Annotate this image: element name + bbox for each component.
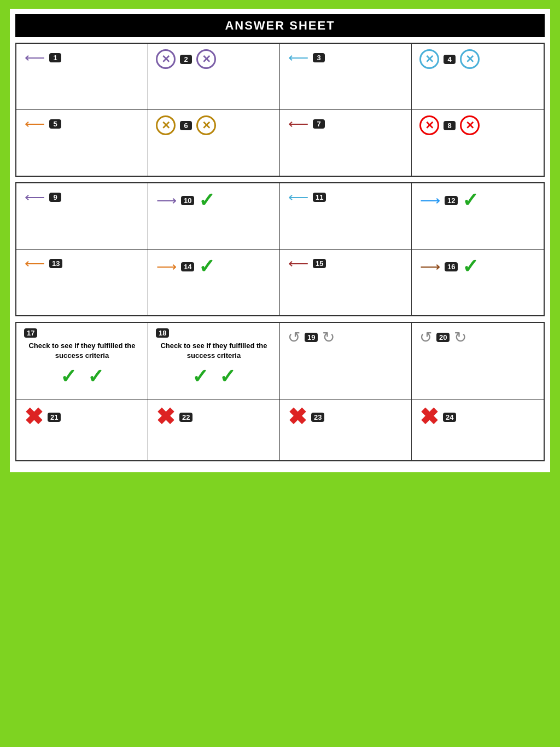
circle-x-gold-right-icon: ✕	[196, 115, 216, 135]
cell-20: ↺ 20 ↻	[412, 323, 544, 399]
cell-6: ✕ 6 ✕	[148, 110, 280, 176]
cell-18: 18 Check to see if they fulfilled the su…	[148, 323, 280, 399]
arrow-right-purple-10-icon: ⟶	[156, 192, 177, 209]
checkmark-16: ✓	[462, 255, 479, 278]
num-badge-3: 3	[313, 53, 325, 62]
section-3: 17 Check to see if they fulfilled the su…	[15, 322, 545, 461]
circle-x-red-right-icon: ✕	[460, 115, 480, 135]
circle-x-purple-right-icon: ✕	[196, 49, 216, 69]
num-badge-5: 5	[49, 119, 61, 129]
cell-17: 17 Check to see if they fulfilled the su…	[16, 323, 148, 399]
cell-23: ✖ 23	[280, 400, 412, 460]
checkmark-18b: ✓	[219, 365, 236, 388]
arrow-right-orange-14-icon: ⟶	[156, 258, 177, 275]
arrow-right-brown-16-icon: ⟶	[419, 258, 440, 275]
cell-4: ✕ 4 ✕	[412, 44, 544, 109]
num-badge-4: 4	[444, 55, 456, 64]
arrow-left-purple-icon: ⟵	[24, 49, 45, 66]
cell-5: ⟵ 5	[16, 110, 148, 176]
checkmark-17a: ✓	[60, 365, 77, 388]
red-x-mark-23-icon: ✖	[288, 406, 307, 428]
cell-1: ⟵ 1	[16, 44, 148, 109]
row-1-4: ⟵ 1 ✕ 2 ✕ ⟵ 3	[16, 44, 544, 110]
num-badge-21: 21	[48, 413, 61, 422]
cell-19: ↺ 19 ↻	[280, 323, 412, 399]
num-badge-15: 15	[313, 259, 326, 268]
num-badge-10: 10	[181, 196, 194, 205]
red-x-mark-22-icon: ✖	[156, 406, 175, 428]
arrow-left-darkred-icon: ⟵	[288, 115, 308, 132]
num-badge-1: 1	[49, 53, 61, 62]
num-badge-8: 8	[444, 121, 456, 130]
num-badge-20: 20	[436, 333, 450, 342]
criteria-text-18: Check to see if they fulfilled the succe…	[156, 341, 272, 361]
page-title: ANSWER SHEET	[15, 14, 545, 37]
rotate-right-19-icon: ↻	[322, 328, 335, 346]
section-1: ⟵ 1 ✕ 2 ✕ ⟵ 3	[15, 43, 545, 177]
arrow-left-orange-icon: ⟵	[24, 115, 45, 132]
num-badge-14: 14	[181, 262, 194, 271]
row-9-12: ⟵ 9 ⟶ 10 ✓ ⟵ 11	[16, 183, 544, 250]
num-badge-23: 23	[311, 413, 324, 422]
num-badge-22: 22	[179, 413, 192, 422]
num-badge-24: 24	[443, 413, 456, 422]
arrow-left-orange-13-icon: ⟵	[24, 255, 45, 271]
arrow-left-blue-icon: ⟵	[288, 49, 308, 66]
row-5-8: ⟵ 5 ✕ 6 ✕ ⟵ 7	[16, 110, 544, 176]
num-badge-16: 16	[445, 262, 458, 271]
num-badge-13: 13	[49, 259, 62, 268]
cell-13: ⟵ 13	[16, 250, 148, 315]
cell-21: ✖ 21	[16, 400, 148, 460]
num-badge-2: 2	[180, 55, 192, 64]
row-17-20: 17 Check to see if they fulfilled the su…	[16, 323, 544, 400]
rotate-right-20-icon: ↻	[454, 328, 466, 346]
red-x-mark-24-icon: ✖	[419, 406, 439, 428]
red-x-mark-21-icon: ✖	[24, 406, 43, 428]
checkmark-17b: ✓	[88, 365, 104, 388]
cell-10: ⟶ 10 ✓	[148, 183, 280, 249]
circle-x-red-left-icon: ✕	[419, 115, 439, 135]
num-badge-7: 7	[313, 119, 325, 129]
num-badge-9: 9	[49, 193, 61, 202]
arrow-left-purple-9-icon: ⟵	[24, 189, 45, 205]
cell-12: ⟶ 12 ✓	[412, 183, 544, 249]
arrow-left-brown-15-icon: ⟵	[288, 255, 308, 271]
num-badge-18: 18	[156, 328, 169, 338]
circle-x-blue-left-icon: ✕	[419, 49, 439, 69]
cell-16: ⟶ 16 ✓	[412, 250, 544, 315]
cell-11: ⟵ 11	[280, 183, 412, 249]
cell-24: ✖ 24	[412, 400, 544, 460]
cell-7: ⟵ 7	[280, 110, 412, 176]
circle-x-gold-left-icon: ✕	[156, 115, 176, 135]
cell-2: ✕ 2 ✕	[148, 44, 280, 109]
row-13-16: ⟵ 13 ⟶ 14 ✓ ⟵ 15	[16, 250, 544, 315]
cell-15: ⟵ 15	[280, 250, 412, 315]
arrow-right-blue-12-icon: ⟶	[419, 192, 440, 209]
checkmark-14: ✓	[199, 255, 215, 278]
num-badge-11: 11	[313, 193, 326, 202]
page: ANSWER SHEET ⟵ 1 ✕ 2 ✕	[7, 5, 553, 476]
circle-x-purple-left-icon: ✕	[156, 49, 176, 69]
criteria-text-17: Check to see if they fulfilled the succe…	[24, 341, 140, 361]
circle-x-blue-right-icon: ✕	[460, 49, 480, 69]
num-badge-12: 12	[445, 196, 458, 205]
rotate-left-19-icon: ↺	[288, 328, 300, 346]
section-2: ⟵ 9 ⟶ 10 ✓ ⟵ 11	[15, 182, 545, 316]
cell-14: ⟶ 14 ✓	[148, 250, 280, 315]
cell-8: ✕ 8 ✕	[412, 110, 544, 176]
checkmark-18a: ✓	[192, 365, 208, 388]
num-badge-19: 19	[305, 333, 318, 342]
cell-22: ✖ 22	[148, 400, 280, 460]
arrow-left-blue-11-icon: ⟵	[288, 189, 308, 205]
num-badge-17: 17	[24, 328, 37, 338]
rotate-left-20-icon: ↺	[419, 328, 432, 346]
cell-9: ⟵ 9	[16, 183, 148, 249]
row-21-24: ✖ 21 ✖ 22 ✖ 23 ✖	[16, 400, 544, 460]
cell-3: ⟵ 3	[280, 44, 412, 109]
num-badge-6: 6	[180, 121, 192, 130]
checkmark-12: ✓	[462, 189, 479, 212]
checkmark-10: ✓	[199, 189, 215, 212]
